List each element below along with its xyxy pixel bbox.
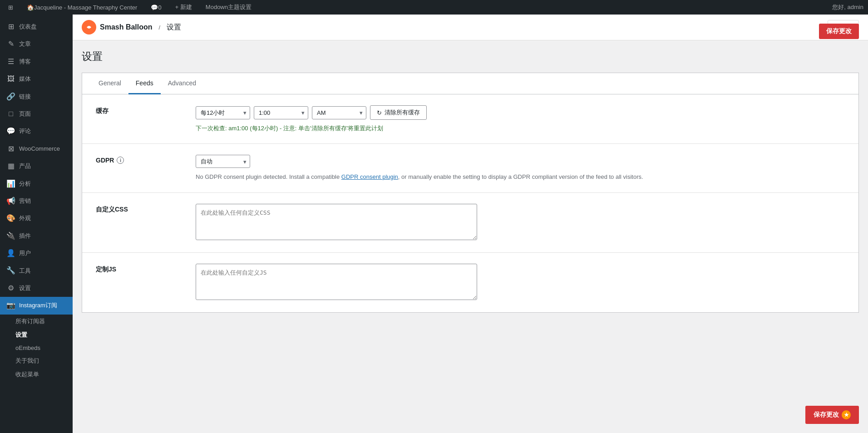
products-icon: ▦ <box>6 161 15 171</box>
sidebar: ⊞ 仪表盘 ✎ 文章 ☰ 博客 🖼 媒体 🔗 链接 □ 页面 💬 评论 ⊠ <box>0 15 73 433</box>
settings-icon: ⚙ <box>6 283 15 293</box>
sidebar-item-pages[interactable]: □ 页面 <box>0 105 73 123</box>
custom-css-label: 自定义CSS <box>96 204 178 241</box>
theme-settings[interactable]: Modown主题设置 <box>202 0 255 15</box>
instagram-icon: 📷 <box>6 300 15 310</box>
admin-bar: ⊞ 🏠 Jacqueline - Massage Theraphy Center… <box>0 0 868 15</box>
plugin-header: Smash Balloon / 设置 ⓘ 帮助 <box>73 15 868 40</box>
sidebar-item-blog[interactable]: ☰ 博客 <box>0 53 73 70</box>
gdpr-content: 自动 启用 禁用 No GDPR consent plugin detected… <box>196 155 845 182</box>
sidebar-item-plugins[interactable]: 🔌 插件 <box>0 227 73 245</box>
cache-content: 每12小时 每6小时 每24小时 1:00 2:00 12:00 <box>196 105 845 133</box>
page-title: 设置 <box>82 49 859 64</box>
plugins-icon: 🔌 <box>6 231 15 241</box>
instagram-submenu: 所有订阅器 设置 oEmbeds 关于我们 收起菜单 <box>0 315 73 381</box>
submenu-settings[interactable]: 设置 <box>0 328 73 342</box>
sidebar-item-woocommerce[interactable]: ⊠ WooCommerce <box>0 140 73 157</box>
main-content: Smash Balloon / 设置 ⓘ 帮助 保存更改 设置 General … <box>73 15 868 433</box>
analytics-icon: 📊 <box>6 179 15 189</box>
breadcrumb-separator: / <box>159 24 161 31</box>
cache-next-check: 下一次检查: am1:00 (每12小时) - 注意: 单击'清除所有缓存'将重… <box>196 124 845 133</box>
links-icon: 🔗 <box>6 92 15 102</box>
blog-icon: ☰ <box>6 57 15 67</box>
sidebar-item-marketing[interactable]: 📢 营销 <box>0 192 73 210</box>
media-icon: 🖼 <box>6 74 15 84</box>
sidebar-item-comments[interactable]: 💬 评论 <box>0 123 73 140</box>
cache-section: 缓存 每12小时 每6小时 每24小时 1:0 <box>82 94 858 144</box>
cache-ampm-wrapper: AM PM <box>312 106 366 119</box>
users-icon: 👤 <box>6 248 15 258</box>
cache-ampm-select[interactable]: AM PM <box>312 106 366 119</box>
cache-label: 缓存 <box>96 105 178 133</box>
refresh-icon: ↻ <box>377 109 382 116</box>
save-star-icon: ★ <box>842 410 851 419</box>
dashboard-icon: ⊞ <box>6 22 15 32</box>
woo-icon: ⊠ <box>6 144 15 154</box>
gdpr-select-wrapper: 自动 启用 禁用 <box>196 155 250 168</box>
cache-time-wrapper: 1:00 2:00 12:00 <box>254 106 308 119</box>
save-button-top[interactable]: 保存更改 <box>819 24 859 39</box>
save-button-bottom[interactable]: 保存更改 ★ <box>805 406 859 424</box>
submenu-favorites[interactable]: 收起菜单 <box>0 368 73 381</box>
cache-time-select[interactable]: 1:00 2:00 12:00 <box>254 106 308 119</box>
tab-advanced[interactable]: Advanced <box>161 73 203 94</box>
sidebar-item-links[interactable]: 🔗 链接 <box>0 88 73 105</box>
custom-js-label: 定制JS <box>96 264 178 301</box>
sidebar-item-appearance[interactable]: 🎨 外观 <box>0 210 73 227</box>
sidebar-item-users[interactable]: 👤 用户 <box>0 245 73 262</box>
sidebar-item-media[interactable]: 🖼 媒体 <box>0 70 73 88</box>
appearance-icon: 🎨 <box>6 213 15 223</box>
custom-css-section: 自定义CSS <box>82 193 858 253</box>
comments-icon: 💬 <box>6 126 15 136</box>
tools-icon: 🔧 <box>6 266 15 276</box>
sidebar-item-dashboard[interactable]: ⊞ 仪表盘 <box>0 18 73 35</box>
gdpr-select[interactable]: 自动 启用 禁用 <box>196 155 250 168</box>
submenu-all-feeds[interactable]: 所有订阅器 <box>0 315 73 328</box>
plugin-name: Smash Balloon <box>100 23 153 31</box>
admin-greeting: 您好, admin <box>832 4 863 10</box>
custom-js-section: 定制JS <box>82 253 858 312</box>
custom-css-textarea[interactable] <box>196 204 477 240</box>
wp-logo[interactable]: ⊞ <box>5 0 17 15</box>
new-content[interactable]: + 新建 <box>172 0 196 15</box>
submenu-about[interactable]: 关于我们 <box>0 354 73 368</box>
posts-icon: ✎ <box>6 39 15 49</box>
sidebar-item-instagram[interactable]: 📷 Instagram订阅 <box>0 297 73 314</box>
cache-interval-select[interactable]: 每12小时 每6小时 每24小时 <box>196 106 250 119</box>
tabs-bar: General Feeds Advanced <box>82 73 858 94</box>
custom-js-content <box>196 264 845 301</box>
sidebar-item-settings[interactable]: ⚙ 设置 <box>0 280 73 297</box>
gdpr-note: No GDPR consent plugin detected. Install… <box>196 172 845 182</box>
cache-interval-wrapper: 每12小时 每6小时 每24小时 <box>196 106 250 119</box>
gdpr-info-icon[interactable]: i <box>117 157 124 164</box>
breadcrumb-current: 设置 <box>167 23 181 32</box>
sidebar-item-analytics[interactable]: 📊 分析 <box>0 175 73 192</box>
gdpr-plugin-link[interactable]: GDPR consent plugin <box>341 173 398 180</box>
submenu-oembeds[interactable]: oEmbeds <box>0 342 73 354</box>
gdpr-section: GDPR i 自动 启用 禁用 No GDPR consent plugin d… <box>82 144 858 193</box>
plugin-logo <box>82 20 96 34</box>
settings-card: General Feeds Advanced 缓存 每12小时 每6小时 每 <box>82 73 859 313</box>
pages-icon: □ <box>6 109 15 119</box>
clear-cache-button[interactable]: ↻ 清除所有缓存 <box>370 105 427 120</box>
tab-feeds[interactable]: Feeds <box>128 73 161 94</box>
comments-count[interactable]: 💬 0 <box>147 0 165 15</box>
sidebar-item-products[interactable]: ▦ 产品 <box>0 157 73 175</box>
site-name[interactable]: 🏠 Jacqueline - Massage Theraphy Center <box>23 0 141 15</box>
gdpr-label: GDPR i <box>96 155 178 182</box>
custom-js-textarea[interactable] <box>196 264 477 300</box>
sidebar-item-tools[interactable]: 🔧 工具 <box>0 262 73 279</box>
custom-css-content <box>196 204 845 241</box>
sidebar-item-posts[interactable]: ✎ 文章 <box>0 35 73 53</box>
marketing-icon: 📢 <box>6 196 15 206</box>
tab-general[interactable]: General <box>91 73 128 94</box>
